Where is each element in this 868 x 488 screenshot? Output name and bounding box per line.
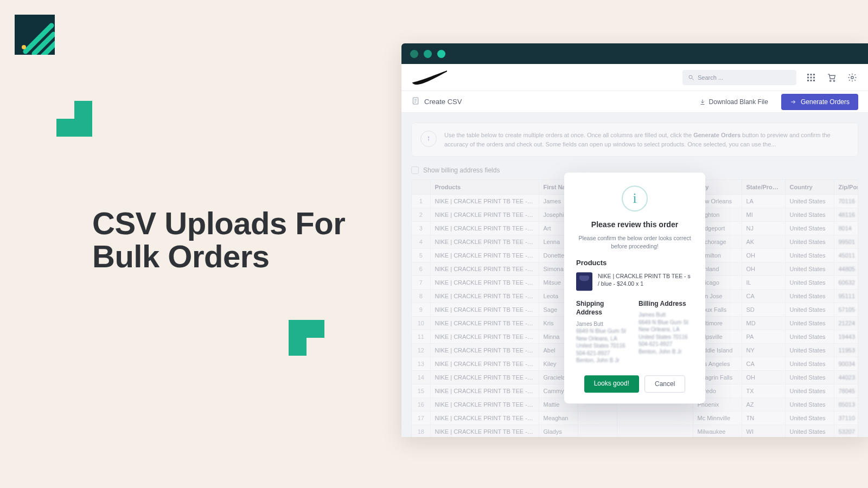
- decorative-accent: [289, 320, 324, 356]
- svg-rect-7: [807, 74, 809, 75]
- cancel-button[interactable]: Cancel: [644, 375, 685, 393]
- page-title: Create CSV: [411, 97, 462, 107]
- svg-rect-14: [810, 80, 812, 81]
- svg-rect-13: [807, 80, 809, 81]
- page-corner-logo: [15, 15, 55, 55]
- looks-good-button[interactable]: Looks good!: [584, 375, 639, 393]
- generate-orders-button[interactable]: Generate Orders: [781, 94, 858, 110]
- svg-point-16: [830, 80, 831, 81]
- modal-products-heading: Products: [576, 259, 693, 267]
- settings-icon[interactable]: [846, 72, 858, 84]
- brand-logo: [411, 68, 449, 87]
- modal-subtitle: Please confirm the below order looks cor…: [576, 234, 693, 250]
- window-close-dot[interactable]: [410, 50, 418, 58]
- billing-address-block: Billing Address James Butt 6649 N Blue G…: [639, 299, 693, 364]
- svg-rect-8: [810, 74, 812, 75]
- info-icon: i: [622, 185, 648, 211]
- shipping-address-block: Shipping Address James Butt 6649 N Blue …: [576, 299, 631, 364]
- svg-line-6: [692, 78, 694, 80]
- toolbar: Create CSV Download Blank File Generate …: [401, 91, 868, 113]
- review-order-modal: i Please review this order Please confir…: [564, 172, 705, 403]
- svg-point-5: [689, 75, 692, 79]
- cart-icon[interactable]: [826, 72, 838, 84]
- svg-point-4: [22, 45, 26, 49]
- window-zoom-dot[interactable]: [437, 50, 445, 58]
- grid-icon[interactable]: [805, 72, 817, 84]
- app-window: Search ... Create CSV Download Blank Fil…: [401, 43, 868, 437]
- arrow-right-icon: [790, 99, 796, 105]
- svg-rect-9: [813, 74, 815, 75]
- modal-title: Please review this order: [576, 220, 693, 229]
- appbar: Search ...: [401, 64, 868, 91]
- search-placeholder: Search ...: [698, 74, 723, 81]
- page-headline: CSV Uploads For Bulk Orders: [92, 207, 345, 273]
- content-area: Use the table below to create multiple o…: [401, 113, 868, 437]
- product-thumbnail: [576, 272, 592, 291]
- csv-icon: [411, 97, 420, 107]
- download-icon: [699, 99, 706, 105]
- svg-point-17: [833, 80, 834, 81]
- search-input[interactable]: Search ...: [682, 70, 796, 85]
- svg-point-18: [851, 76, 854, 79]
- svg-rect-10: [807, 76, 809, 78]
- modal-product-row: NIKE | CRACKLE PRINT TB TEE - s / blue -…: [576, 272, 693, 291]
- download-blank-file-button[interactable]: Download Blank File: [693, 95, 775, 109]
- window-minimize-dot[interactable]: [424, 50, 432, 58]
- search-icon: [688, 74, 694, 81]
- svg-rect-15: [813, 80, 815, 81]
- svg-rect-11: [810, 76, 812, 78]
- product-text: NIKE | CRACKLE PRINT TB TEE - s / blue -…: [598, 272, 693, 287]
- svg-rect-12: [813, 76, 815, 78]
- decorative-accent: [56, 101, 92, 137]
- window-titlebar: [401, 43, 868, 64]
